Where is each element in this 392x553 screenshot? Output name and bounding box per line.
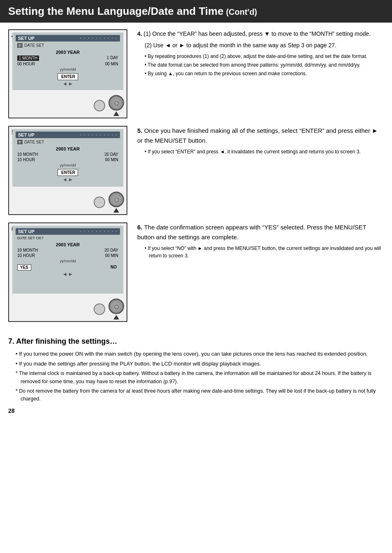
- setup-dots-6: · · · · · · · · · ·: [80, 229, 118, 234]
- screen-panel-5: 5 SET UP · · · · · · · · · · 2! DATE SET…: [8, 126, 127, 215]
- step7-bullet-1: If you turned the power ON with the main…: [16, 350, 384, 358]
- hour-min-row-5: 10 HOUR 00 MIN: [16, 157, 120, 162]
- date-set-row-4: 2! DATE SET: [16, 43, 120, 48]
- step-5-text: 5. Once you have finished making all of …: [137, 126, 384, 155]
- hour-label-5: 10 HOUR: [17, 157, 35, 162]
- date-set-ok-6: DATE SET OK?: [16, 236, 120, 241]
- setup-dots-5: · · · · · · · · · ·: [80, 133, 118, 137]
- min-label-5: 00 MIN: [105, 157, 118, 162]
- screen-inner-4: SET UP · · · · · · · · · · 2! DATE SET 2…: [12, 32, 123, 90]
- month-label-5: 10 MONTH: [17, 152, 38, 157]
- format-row-4: yy/mm/dd: [16, 67, 120, 72]
- step4-bullet-3: By using ▲, you can return to the previo…: [145, 70, 384, 77]
- step6-text1: The date confirmation screen appears wit…: [137, 224, 366, 241]
- year-row-6: 2003 YEAR: [16, 242, 120, 247]
- format-row-5: yy/mm/dd: [16, 163, 120, 167]
- hour-min-row-6: 10 HOUR 00 MIN: [16, 253, 120, 258]
- enter-btn-4: ENTER: [58, 73, 78, 80]
- day-label-5: 20 DAY: [104, 152, 118, 157]
- note-star-1: *: [16, 370, 19, 376]
- row-6: 6 SET UP · · · · · · · · · · DATE SET OK…: [8, 222, 384, 322]
- day-label-6: 20 DAY: [104, 248, 118, 252]
- min-label-6: 00 MIN: [105, 253, 118, 258]
- step6-bullet-1: If you select “NO” with ► and press the …: [145, 245, 384, 259]
- arrow-up-6: [113, 315, 119, 319]
- enter-btn-5: ENTER: [58, 169, 78, 176]
- day-label-4: 1 DAY: [107, 56, 118, 61]
- step4-bullet-2: The date format can be selected from amo…: [145, 61, 384, 69]
- row-5: 5 SET UP · · · · · · · · · · 2! DATE SET…: [8, 126, 384, 215]
- step-4-text: 4. (1) Once the “YEAR” has been adjusted…: [137, 29, 384, 77]
- yes-btn-6: YES: [17, 264, 31, 271]
- year-row-5: 2003 YEAR: [16, 146, 120, 151]
- nav-left-5: ◀: [63, 177, 67, 182]
- content-area: 4 SET UP · · · · · · · · · · 2! DATE SET…: [0, 23, 392, 336]
- date-set-label-5: DATE SET: [24, 140, 44, 144]
- screen-controls-6: ◯: [9, 297, 127, 321]
- nav-row-6: ◀ ▶: [16, 272, 120, 276]
- nav-right-4: ▶: [69, 81, 72, 86]
- step4-text2: (2) Use ◄ or ► to adjust the month in th…: [145, 42, 337, 49]
- step5-text1: Once you have finished making all of the…: [137, 127, 378, 144]
- date-icon-5: 2!: [17, 140, 23, 144]
- screen-controls-5: ◯: [9, 190, 127, 214]
- step7-note-1: * The internal clock is maintained by a …: [16, 370, 384, 386]
- setup-label-5: SET UP: [18, 132, 35, 137]
- page-title-contd: (Cont'd): [226, 7, 257, 17]
- nav-row-5: ◀ ▶: [16, 177, 120, 182]
- step5-bullet-1: If you select “ENTER” and press ◄, it in…: [145, 148, 384, 155]
- ctrl-circle-6: [94, 303, 105, 315]
- step7-note-1-text: The internal clock is maintained by a ba…: [19, 370, 371, 384]
- screen-controls-4: ◯: [9, 93, 127, 118]
- setup-bar-5: SET UP · · · · · · · · · ·: [16, 132, 120, 138]
- hour-label-6: 10 HOUR: [17, 253, 35, 258]
- month-label-6: 10 MONTH: [17, 248, 38, 252]
- ctrl-circle-5: [94, 197, 105, 208]
- ctrl-joystick-6: ◯: [108, 298, 124, 314]
- yes-no-row-6: YES NO: [16, 264, 120, 271]
- step6-num: 6.: [137, 224, 143, 231]
- arrow-up-4: [113, 111, 119, 116]
- ctrl-joystick-4: ◯: [108, 95, 124, 111]
- step7-note-2-text: Do not remove the battery from the camer…: [19, 388, 376, 402]
- page-title-main: Setting the Menu Language/Date and Time: [8, 5, 224, 18]
- step4-num: 4.: [137, 30, 142, 37]
- hour-label-4: 00 HOUR: [17, 62, 35, 66]
- no-btn-6: NO: [109, 264, 118, 271]
- hour-min-row-4: 00 HOUR 00 MIN: [16, 62, 120, 66]
- date-set-label-4: DATE SET: [24, 43, 44, 48]
- step4-bullet-1: By repeating procedures (1) and (2) abov…: [145, 53, 384, 60]
- month-day-row-4: 1 MONTH 1 DAY: [16, 56, 120, 61]
- ctrl-circle-4: [94, 100, 105, 111]
- step7-bullet-2: If you made the settings after pressing …: [16, 360, 384, 368]
- step4-text1: (1) Once the “YEAR” has been adjusted, p…: [144, 30, 371, 37]
- nav-right-6: ▶: [69, 272, 72, 276]
- ctrl-joystick-5: ◯: [108, 192, 124, 207]
- date-set-row-5: 2! DATE SET: [16, 139, 120, 145]
- month-day-row-6: 10 MONTH 20 DAY: [16, 248, 120, 252]
- step-6-text: 6. The date confirmation screen appears …: [137, 222, 384, 259]
- nav-left-4: ◀: [63, 81, 67, 86]
- setup-label-6: SET UP: [18, 229, 35, 234]
- screen-inner-5: SET UP · · · · · · · · · · 2! DATE SET 2…: [12, 129, 123, 187]
- screen-panel-4: 4 SET UP · · · · · · · · · · 2! DATE SET…: [8, 29, 127, 118]
- setup-bar-4: SET UP · · · · · · · · · ·: [16, 35, 120, 42]
- step7-heading: 7. After finishing the settings…: [8, 336, 384, 347]
- step5-num: 5.: [137, 127, 143, 134]
- min-label-4: 00 MIN: [105, 62, 118, 66]
- format-row-6: yy/mm/dd: [16, 259, 120, 263]
- arrow-up-5: [113, 208, 119, 213]
- screen-inner-6: SET UP · · · · · · · · · · DATE SET OK? …: [12, 226, 123, 294]
- setup-label-4: SET UP: [18, 36, 35, 41]
- row-4: 4 SET UP · · · · · · · · · · 2! DATE SET…: [8, 29, 384, 118]
- setup-bar-6: SET UP · · · · · · · · · ·: [16, 228, 120, 235]
- date-icon-4: 2!: [17, 43, 23, 48]
- bottom-section: 7. After finishing the settings… If you …: [0, 336, 392, 422]
- month-day-row-5: 10 MONTH 20 DAY: [16, 152, 120, 157]
- month-label-4: 1 MONTH: [17, 56, 39, 61]
- step7-note-2: * Do not remove the battery from the cam…: [16, 387, 384, 403]
- nav-right-5: ▶: [69, 177, 72, 182]
- setup-dots-4: · · · · · · · · · ·: [80, 36, 118, 41]
- page-number: 28: [8, 407, 384, 416]
- year-row-4: 2003 YEAR: [16, 50, 120, 55]
